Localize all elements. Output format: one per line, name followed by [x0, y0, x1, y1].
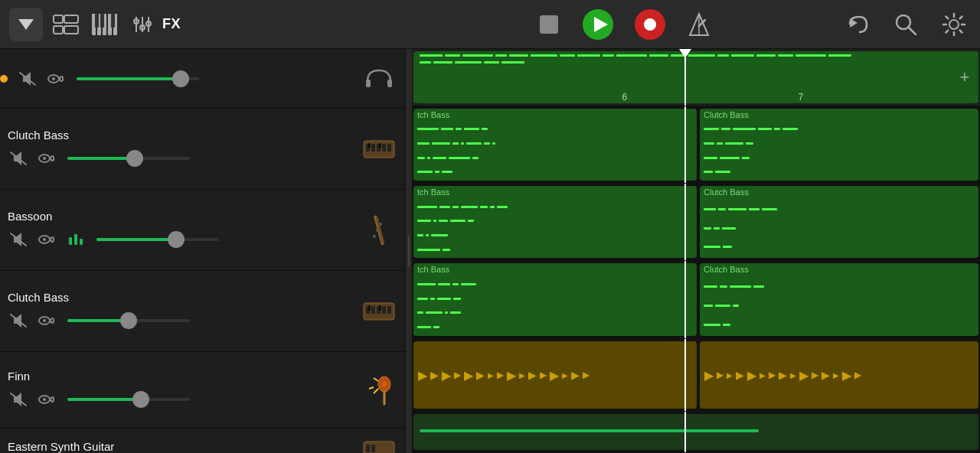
solo-button[interactable]: [35, 311, 58, 331]
svg-point-74: [382, 382, 387, 386]
toolbar-center: [407, 5, 841, 44]
svg-point-54: [379, 223, 382, 226]
settings-button[interactable]: [937, 8, 971, 41]
track-controls: [8, 148, 356, 169]
dropdown-button[interactable]: [9, 8, 43, 41]
clip-label: Clutch Bass: [700, 186, 978, 198]
track-controls: [8, 389, 356, 410]
svg-rect-41: [371, 144, 375, 152]
mute-button[interactable]: [8, 229, 29, 250]
volume-slider[interactable]: [67, 157, 190, 160]
solo-button[interactable]: [35, 389, 58, 409]
track-info: Clutch Bass: [8, 291, 356, 331]
svg-line-71: [374, 378, 378, 381]
track-icon-bassoon: [361, 212, 397, 249]
yellow-dot: [0, 75, 8, 83]
track-name: Bassoon: [8, 210, 356, 223]
main-layout: Clutch Bass: [0, 49, 980, 453]
svg-rect-45: [368, 143, 371, 148]
svg-point-49: [43, 238, 46, 241]
track-icon-synth2: [361, 293, 397, 330]
svg-rect-76: [366, 445, 370, 452]
mute-button[interactable]: [8, 148, 29, 169]
undo-button[interactable]: [841, 8, 874, 41]
play-button[interactable]: [578, 5, 618, 44]
grid-view-button[interactable]: [49, 11, 83, 38]
clip-playhead: [684, 106, 686, 183]
add-track-button[interactable]: +: [956, 68, 974, 86]
clip-segment[interactable]: tch Bass: [413, 186, 697, 258]
track-row: Clutch Bass: [0, 271, 405, 352]
track-name: Clutch Bass: [8, 129, 356, 142]
clip-row-clutch-bass-3: tch Bass Clutch Bass: [412, 261, 980, 338]
clip-segment-finn-2[interactable]: ▶ ▶ ▶ ▶ ▶ ▶ ▶ ▶ ▶ ▶ ▶ ▶ ▶ ▶ ▶: [700, 341, 978, 409]
metronome-button[interactable]: [682, 8, 716, 41]
volume-slider[interactable]: [67, 398, 190, 401]
svg-rect-4: [64, 26, 78, 34]
svg-point-52: [373, 235, 376, 238]
clip-segment[interactable]: Clutch Bass: [700, 109, 978, 181]
clip-segment[interactable]: Clutch Bass: [700, 186, 978, 258]
track-controls: [8, 310, 356, 331]
svg-rect-77: [371, 445, 375, 452]
track-row: [0, 49, 405, 109]
clip-segment[interactable]: Clutch Bass: [700, 263, 978, 335]
eq-indicator: [69, 234, 83, 245]
track-info: Clutch Bass: [8, 129, 356, 169]
svg-rect-3: [54, 26, 63, 34]
volume-slider[interactable]: [77, 77, 199, 80]
solo-button[interactable]: [35, 230, 58, 249]
svg-point-68: [43, 398, 46, 401]
svg-rect-64: [368, 305, 371, 311]
clip-playhead: [684, 261, 686, 337]
fx-button[interactable]: FX: [162, 16, 181, 32]
toolbar: FX: [0, 0, 980, 49]
track-row: Eastern Synth Guitar: [0, 429, 405, 453]
svg-point-38: [43, 157, 46, 160]
track-controls: [17, 68, 356, 90]
clip-row-finn: ▶ ▶ ▶ ▶ ▶ ▶ ▶ ▶ ▶ ▶ ▶ ▶ ▶ ▶ ▶ ▶: [412, 339, 980, 412]
mute-button[interactable]: [8, 310, 29, 331]
piano-view-button[interactable]: [89, 11, 122, 38]
track-row: Bassoon: [0, 190, 405, 271]
solo-button[interactable]: [35, 148, 58, 168]
svg-rect-44: [387, 144, 391, 152]
mixer-button[interactable]: [129, 11, 156, 38]
track-info: Bassoon: [8, 210, 356, 250]
track-info: [8, 68, 356, 90]
svg-point-57: [43, 319, 46, 322]
svg-line-72: [369, 387, 374, 389]
mute-button[interactable]: [8, 389, 29, 410]
clip-segment-eastern[interactable]: [413, 414, 978, 450]
track-info: Eastern Synth Guitar: [8, 440, 356, 453]
panel-divider[interactable]: [406, 49, 412, 453]
svg-rect-43: [382, 144, 386, 152]
volume-slider[interactable]: [67, 319, 190, 322]
svg-point-53: [376, 229, 379, 232]
track-icon: [361, 60, 397, 97]
volume-slider[interactable]: [96, 238, 219, 241]
svg-rect-1: [54, 15, 63, 23]
clip-label: tch Bass: [413, 109, 697, 121]
clip-label: Clutch Bass: [700, 109, 978, 121]
clip-playhead: [684, 184, 686, 260]
clip-segment[interactable]: tch Bass: [413, 263, 697, 335]
search-button[interactable]: [890, 8, 922, 41]
svg-point-33: [52, 77, 55, 80]
clip-row-eastern: [412, 412, 980, 453]
clip-segment[interactable]: tch Bass: [413, 109, 697, 181]
svg-point-23: [644, 18, 656, 31]
svg-rect-35: [387, 80, 392, 87]
svg-line-29: [909, 28, 916, 34]
solo-button[interactable]: [44, 69, 67, 89]
left-panel: Clutch Bass: [0, 49, 406, 453]
top-track-clip[interactable]: [413, 51, 978, 103]
mute-button[interactable]: [17, 68, 38, 90]
track-row: Finn: [0, 352, 405, 429]
record-button[interactable]: [630, 5, 670, 44]
toolbar-right: [841, 8, 971, 41]
svg-rect-19: [540, 15, 558, 34]
clip-segment-finn[interactable]: ▶ ▶ ▶ ▶ ▶ ▶ ▶ ▶ ▶ ▶ ▶ ▶ ▶ ▶ ▶ ▶: [413, 341, 697, 409]
stop-button[interactable]: [532, 8, 566, 41]
svg-rect-2: [64, 15, 78, 23]
